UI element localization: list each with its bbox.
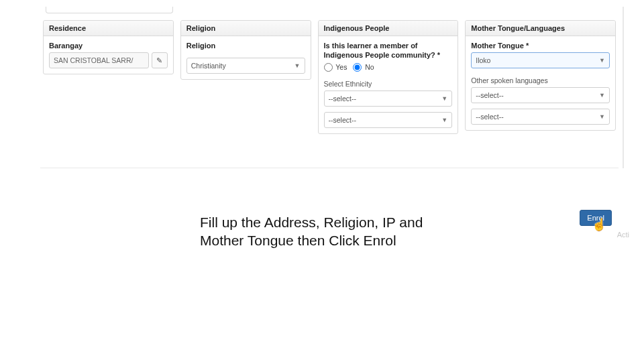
instruction-caption: Fill up the Address, Religion, IP and Mo…	[200, 213, 468, 250]
chevron-down-icon: ▼	[441, 95, 447, 102]
ip-radio-yes-input[interactable]	[324, 63, 333, 72]
chevron-down-icon: ▼	[294, 62, 301, 69]
ip-yes-label: Yes	[335, 63, 347, 71]
ethnicity-select-1-value: --select--	[329, 95, 356, 103]
religion-panel-title: Religion	[181, 21, 311, 36]
barangay-label: Barangay	[49, 42, 168, 50]
religion-select-value: Christianity	[191, 62, 226, 70]
other-language-select-2-value: --select--	[476, 113, 503, 121]
ip-radio-group: Yes No	[324, 63, 453, 72]
caption-line-2: Mother Tongue then Click Enrol	[200, 233, 396, 248]
chevron-down-icon: ▼	[599, 92, 605, 99]
mother-tongue-panel: Mother Tongue/Languages Mother Tongue * …	[465, 20, 616, 131]
residence-panel-body: Barangay SAN CRISTOBAL SARR/ ✎	[44, 36, 173, 74]
panels-row: Residence Barangay SAN CRISTOBAL SARR/ ✎…	[40, 20, 619, 134]
ip-panel-body: Is this learner a member of Indigenous P…	[319, 36, 458, 133]
chevron-down-icon: ▼	[599, 113, 605, 120]
mt-panel-body: Mother Tongue * Iloko ▼ Other spoken lan…	[466, 36, 615, 130]
mother-tongue-label: Mother Tongue *	[471, 42, 610, 50]
chevron-down-icon: ▼	[441, 117, 447, 123]
barangay-row: SAN CRISTOBAL SARR/ ✎	[49, 52, 168, 68]
ip-radio-no-input[interactable]	[353, 63, 362, 72]
collapsed-panel-stub	[46, 7, 173, 13]
other-language-select-1[interactable]: --select-- ▼	[471, 87, 610, 103]
mt-panel-title: Mother Tongue/Languages	[466, 21, 615, 36]
other-language-select-2[interactable]: --select-- ▼	[471, 109, 610, 125]
other-language-select-1-value: --select--	[476, 91, 503, 99]
ethnicity-select-1[interactable]: --select-- ▼	[324, 90, 453, 107]
barangay-edit-button[interactable]: ✎	[152, 52, 168, 68]
mother-tongue-select[interactable]: Iloko ▼	[471, 52, 610, 68]
residence-panel: Residence Barangay SAN CRISTOBAL SARR/ ✎	[43, 20, 174, 74]
ip-radio-yes[interactable]: Yes	[324, 63, 350, 71]
chevron-down-icon: ▼	[599, 57, 605, 64]
enrol-button-wrap: Enrol ☝	[580, 210, 612, 226]
caption-line-1: Fill up the Address, Religion, IP and	[200, 215, 423, 230]
residence-panel-title: Residence	[44, 21, 173, 36]
mother-tongue-select-value: Iloko	[476, 56, 490, 64]
other-languages-label: Other spoken languages	[471, 76, 610, 84]
ethnicity-select-2[interactable]: --select-- ▼	[324, 112, 453, 128]
religion-panel-body: Religion Christianity ▼	[181, 36, 311, 79]
ip-panel-title: Indigenous People	[319, 21, 458, 36]
indigenous-people-panel: Indigenous People Is this learner a memb…	[318, 20, 459, 134]
watermark-text: Acti	[617, 231, 629, 239]
ip-radio-no[interactable]: No	[353, 63, 374, 71]
select-ethnicity-label: Select Ethnicity	[324, 80, 453, 88]
barangay-input[interactable]: SAN CRISTOBAL SARR/	[49, 52, 149, 68]
enrol-button[interactable]: Enrol ☝	[580, 210, 612, 226]
ip-no-label: No	[365, 63, 374, 71]
form-area: Residence Barangay SAN CRISTOBAL SARR/ ✎…	[40, 7, 624, 168]
pencil-icon: ✎	[156, 56, 162, 65]
enrol-button-label: Enrol	[587, 214, 604, 222]
religion-label: Religion	[186, 42, 305, 50]
ip-question-label: Is this learner a member of Indigenous P…	[324, 42, 453, 60]
section-divider	[40, 168, 619, 168]
religion-select[interactable]: Christianity ▼	[186, 58, 305, 74]
ethnicity-select-2-value: --select--	[329, 116, 356, 124]
religion-panel: Religion Religion Christianity ▼	[180, 20, 311, 80]
